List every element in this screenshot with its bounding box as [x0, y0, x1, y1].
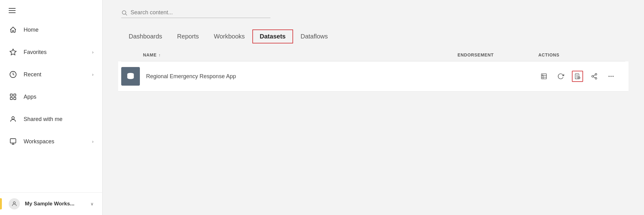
dataset-icon — [121, 67, 140, 86]
chevron-right-icon: › — [92, 139, 94, 144]
sort-ascending-icon: ↑ — [159, 53, 161, 57]
svg-point-9 — [122, 11, 126, 14]
tab-dashboards[interactable]: Dashboards — [121, 29, 170, 44]
sidebar-recent-label: Recent — [24, 71, 92, 78]
svg-rect-4 — [10, 97, 12, 100]
tab-datasets[interactable]: Datasets — [252, 29, 293, 43]
refresh-button[interactable] — [555, 71, 566, 82]
main-content: Dashboards Reports Workbooks Datasets Da… — [103, 0, 644, 215]
tab-dataflows[interactable]: Dataflows — [293, 29, 335, 44]
svg-point-30 — [613, 76, 614, 77]
tab-reports[interactable]: Reports — [170, 29, 206, 44]
svg-rect-5 — [14, 97, 16, 100]
sidebar-item-shared[interactable]: Shared with me — [0, 108, 102, 130]
svg-rect-12 — [541, 74, 547, 79]
workspace-icon — [9, 137, 17, 146]
share-button[interactable] — [589, 71, 600, 82]
svg-marker-0 — [10, 49, 16, 55]
workspace-avatar — [9, 198, 20, 209]
sidebar-item-apps[interactable]: Apps — [0, 86, 102, 108]
sidebar-workspace-label: My Sample Works... — [25, 201, 90, 207]
svg-point-6 — [12, 117, 14, 119]
col-name-header[interactable]: NAME ↑ — [143, 52, 458, 57]
chevron-right-icon: › — [92, 50, 94, 55]
svg-point-24 — [592, 75, 594, 77]
sidebar-item-workspaces[interactable]: Workspaces › — [0, 130, 102, 153]
sidebar-item-favorites[interactable]: Favorites › — [0, 41, 102, 63]
sidebar-workspace-item[interactable]: My Sample Works... ∨ — [0, 192, 102, 215]
star-icon — [9, 48, 17, 56]
analyze-excel-button[interactable] — [538, 71, 550, 82]
dataset-name: Regional Emergency Response App — [146, 73, 458, 80]
svg-rect-7 — [10, 139, 16, 143]
sidebar-shared-label: Shared with me — [24, 116, 94, 123]
search-bar[interactable] — [121, 9, 270, 18]
sidebar: Home Favorites › Recent › — [0, 0, 103, 215]
search-icon — [121, 10, 127, 16]
person-icon — [9, 115, 17, 123]
svg-point-8 — [13, 202, 16, 204]
tab-bar: Dashboards Reports Workbooks Datasets Da… — [121, 29, 625, 44]
clock-icon — [9, 70, 17, 79]
search-input[interactable] — [131, 9, 270, 16]
create-report-button[interactable] — [572, 71, 583, 82]
svg-line-27 — [593, 75, 595, 76]
grid-icon — [9, 92, 17, 101]
svg-rect-2 — [10, 94, 12, 96]
svg-point-29 — [610, 76, 612, 77]
hamburger-icon — [9, 8, 16, 13]
svg-line-10 — [126, 14, 127, 15]
col-actions-header: ACTIONS — [538, 52, 625, 57]
svg-line-26 — [593, 77, 595, 78]
svg-point-23 — [595, 74, 597, 75]
table-row: Regional Emergency Response App — [118, 61, 628, 92]
sidebar-item-recent[interactable]: Recent › — [0, 63, 102, 86]
hamburger-button[interactable] — [0, 2, 102, 19]
dataset-actions — [538, 71, 625, 82]
sidebar-workspaces-label: Workspaces — [24, 138, 92, 145]
sidebar-favorites-label: Favorites — [24, 49, 92, 56]
svg-point-25 — [595, 78, 597, 79]
sidebar-apps-label: Apps — [24, 94, 94, 100]
sidebar-home-label: Home — [24, 27, 94, 33]
chevron-down-icon: ∨ — [90, 201, 94, 206]
tab-workbooks[interactable]: Workbooks — [206, 29, 252, 44]
table-header: NAME ↑ ENDORSEMENT ACTIONS — [121, 46, 625, 61]
home-icon — [9, 25, 17, 34]
sidebar-item-home[interactable]: Home — [0, 19, 102, 41]
col-endorsement-header: ENDORSEMENT — [458, 52, 538, 57]
svg-point-28 — [609, 76, 610, 77]
chevron-right-icon: › — [92, 72, 94, 77]
more-options-button[interactable] — [605, 71, 617, 82]
svg-rect-3 — [14, 94, 16, 96]
